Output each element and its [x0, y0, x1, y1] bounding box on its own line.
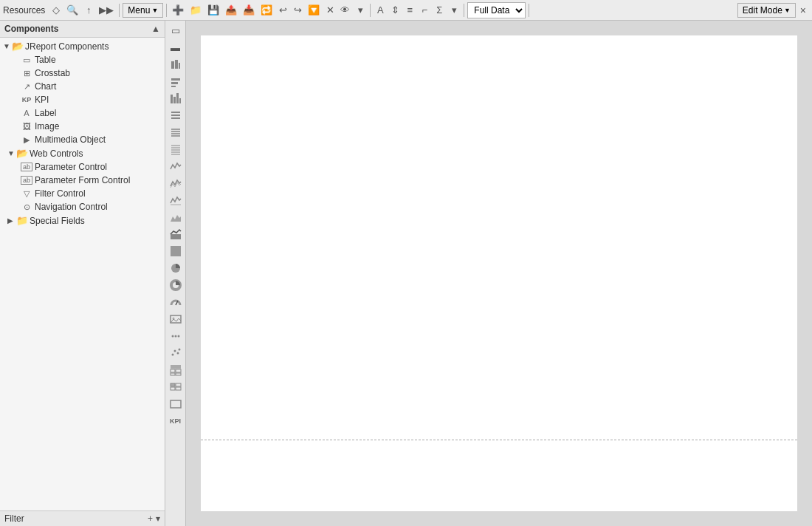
chart-label: Chart — [35, 81, 56, 92]
tree-item-image[interactable]: 🖼 Image — [0, 120, 165, 133]
table-icon: ▭ — [21, 55, 32, 65]
toolbar-btn-upload[interactable]: 📤 — [223, 2, 239, 18]
full-data-select[interactable]: Full Data — [467, 2, 526, 18]
separator-4 — [464, 4, 464, 17]
tree-item-crosstab[interactable]: ⊞ Crosstab — [0, 66, 165, 80]
tree-item-table[interactable]: ▭ Table — [0, 53, 165, 66]
tree-item-chart[interactable]: ↗ Chart — [0, 80, 165, 93]
toolbar-btn-save[interactable]: 💾 — [205, 2, 221, 18]
separator-1 — [119, 4, 120, 17]
kpi-icon: KP — [21, 96, 32, 103]
table-label: Table — [35, 55, 56, 65]
svg-point-37 — [178, 349, 180, 351]
icon-tool-area[interactable] — [167, 209, 185, 225]
svg-rect-38 — [171, 365, 181, 369]
icon-tool-pie[interactable] — [167, 260, 185, 276]
toolbar-btn-sigma[interactable]: Σ — [433, 2, 446, 18]
filter-bar: Filter + ▾ — [0, 510, 165, 526]
toolbar-btn-search[interactable]: 🔍 — [64, 2, 80, 18]
webcontrols-expand-icon: ▼ — [7, 149, 15, 157]
jreport-group-header[interactable]: ▼ 📂 JReport Components — [0, 39, 165, 53]
svg-point-34 — [171, 354, 173, 356]
icon-tool-dots[interactable] — [167, 328, 185, 344]
icon-tool-wave2[interactable] — [167, 175, 185, 191]
svg-rect-8 — [176, 93, 179, 103]
icon-tool-rect2[interactable]: ▬ — [167, 39, 185, 55]
toolbar-btn-up[interactable]: ↑ — [82, 2, 95, 18]
tree-item-navcontrol[interactable]: ⊙ Navigation Control — [0, 200, 165, 214]
tree-item-paramformcontrol[interactable]: ab Parameter Form Control — [0, 174, 165, 187]
icon-tool-scatter[interactable] — [167, 345, 185, 361]
icon-tool-wave3[interactable] — [167, 192, 185, 208]
close-button[interactable]: × — [797, 3, 809, 18]
multimedia-label: Multimedia Object — [35, 134, 106, 145]
icon-tool-donut[interactable] — [167, 277, 185, 293]
paramformcontrol-icon: ab — [21, 176, 32, 185]
svg-point-31 — [171, 335, 173, 338]
multimedia-icon: ▶ — [21, 135, 32, 145]
svg-point-33 — [177, 335, 179, 338]
svg-rect-46 — [176, 387, 181, 390]
filter-collapse-btn[interactable]: ▾ — [156, 513, 160, 524]
icon-tool-list3[interactable] — [167, 141, 185, 157]
webcontrols-group-header[interactable]: ▼ 📂 Web Controls — [0, 146, 165, 160]
toolbar-btn-redo[interactable]: ↪ — [291, 2, 304, 18]
separator-2 — [166, 4, 167, 17]
icon-tool-bar2[interactable] — [167, 73, 185, 89]
svg-rect-24 — [171, 234, 181, 239]
tree-area: ▼ 📂 JReport Components ▭ Table ⊞ Crossta… — [0, 38, 165, 510]
toolbar-btn-corner[interactable]: ⌐ — [418, 2, 431, 18]
filter-bar-buttons: + ▾ — [148, 513, 160, 524]
icon-tool-table2[interactable] — [167, 379, 185, 395]
icon-tool-image[interactable] — [167, 311, 185, 327]
icon-tool-list1[interactable] — [167, 107, 185, 123]
edit-mode-button[interactable]: Edit Mode ▼ — [737, 3, 796, 18]
filtercontrol-label: Filter Control — [35, 188, 86, 199]
icon-tool-gauge[interactable] — [167, 294, 185, 310]
toolbar-btn-filter[interactable]: 🔽 — [306, 2, 322, 18]
icon-tool-bar1[interactable] — [167, 56, 185, 72]
top-toolbar: Resources ◇ 🔍 ↑ ▶▶ Menu ▼ ➕ 📁 💾 📤 📥 🔁 ↩ … — [0, 0, 812, 21]
svg-rect-4 — [171, 82, 178, 84]
specialfields-group-header[interactable]: ▶ 📁 Special Fields — [0, 214, 165, 228]
toolbar-btn-chevron[interactable]: ▾ — [354, 2, 367, 18]
toolbar-btn-refresh[interactable]: 🔁 — [258, 2, 275, 18]
toolbar-btn-close-x[interactable]: ✕ — [323, 2, 337, 18]
svg-rect-1 — [175, 60, 178, 69]
menu-button[interactable]: Menu ▼ — [123, 3, 163, 18]
toolbar-btn-download[interactable]: 📥 — [241, 2, 257, 18]
toolbar-btn-chevron2[interactable]: ▾ — [447, 2, 461, 18]
icon-tool-bar3[interactable] — [167, 90, 185, 106]
toolbar-btn-list[interactable]: ≡ — [403, 2, 416, 18]
tree-item-multimedia[interactable]: ▶ Multimedia Object — [0, 133, 165, 146]
filter-add-btn[interactable]: + — [148, 513, 153, 524]
icon-tool-rect[interactable]: ▭ — [167, 22, 185, 38]
tree-item-filtercontrol[interactable]: ▽ Filter Control — [0, 187, 165, 200]
tree-item-label[interactable]: A Label — [0, 106, 165, 120]
crosstab-label: Crosstab — [35, 68, 70, 78]
icon-tool-wave1[interactable] — [167, 158, 185, 174]
toolbar-btn-diamond[interactable]: ◇ — [49, 2, 63, 18]
toolbar-btn-undo[interactable]: ↩ — [276, 2, 289, 18]
svg-rect-0 — [171, 61, 174, 69]
icon-tool-rect3[interactable] — [167, 396, 185, 412]
toolbar-btn-align[interactable]: ⇕ — [388, 2, 402, 18]
specialfields-folder-icon: 📁 — [16, 215, 28, 226]
filtercontrol-icon: ▽ — [21, 189, 32, 199]
toolbar-btn-folder[interactable]: 📁 — [187, 2, 204, 18]
tree-item-kpi[interactable]: KP KPI — [0, 93, 165, 106]
icon-tool-kpi[interactable]: KPI — [167, 413, 185, 429]
icon-tool-filled-bar2[interactable] — [167, 243, 185, 259]
toolbar-btn-eye[interactable]: 👁 — [338, 2, 352, 18]
icon-tool-list2[interactable] — [167, 124, 185, 140]
components-collapse-btn[interactable]: ▲ — [151, 24, 160, 34]
icon-tool-table[interactable] — [167, 362, 185, 378]
svg-rect-47 — [171, 400, 181, 408]
tree-item-paramcontrol[interactable]: ab Parameter Control — [0, 160, 165, 174]
icon-tool-filled-bar[interactable] — [167, 226, 185, 242]
toolbar-btn-add[interactable]: ➕ — [170, 2, 186, 18]
toolbar-btn-forward[interactable]: ▶▶ — [97, 2, 116, 18]
svg-rect-44 — [176, 383, 181, 386]
toolbar-btn-a[interactable]: A — [374, 2, 387, 18]
jreport-label: JReport Components — [25, 41, 109, 52]
